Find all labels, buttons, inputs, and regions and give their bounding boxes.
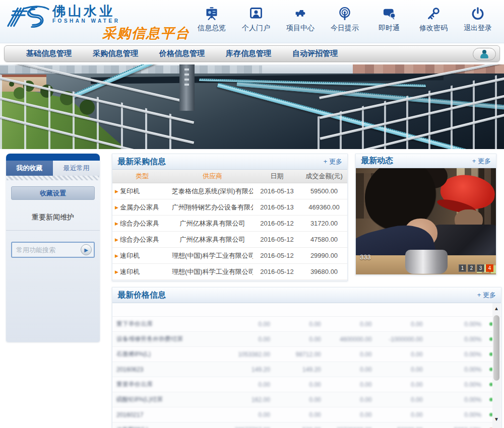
price-more-link[interactable]: + 更多 xyxy=(477,291,496,300)
price-row[interactable]: 重要单价出库 0.00 0.00 0.00 0.00 0.00% xyxy=(112,377,501,392)
news-more-link[interactable]: + 更多 xyxy=(472,157,491,166)
nav-item-stock-info[interactable]: 库存信息管理 xyxy=(215,49,282,58)
scroll-down-icon[interactable]: ▼ xyxy=(492,415,500,423)
price-row[interactable]: 硫酸铝8%(L)结算 162.00 0.00 0.00 0.00 0.00% xyxy=(112,392,501,407)
puzzle-icon xyxy=(278,5,323,22)
person-monitor-icon xyxy=(234,5,278,22)
purchase-panel-title: 最新采购信息 xyxy=(117,157,166,167)
nav-item-auto-bid[interactable]: 自动评招管理 xyxy=(282,49,348,58)
top-header: 佛山水业 FOSHAN WATER 采购信息平台 信息总览 xyxy=(0,0,504,43)
key-icon xyxy=(411,5,456,22)
platform-title: 采购信息平台 xyxy=(102,24,190,42)
quick-link-project-center[interactable]: 项目中心 xyxy=(278,4,323,33)
user-profile-button[interactable] xyxy=(473,48,496,60)
latest-news-panel: 最新动态 + 更多 333 1 2 3 4 xyxy=(355,154,496,275)
foshan-water-logo-icon xyxy=(5,4,49,30)
price-scrollbar[interactable]: ▲ ▼ xyxy=(492,303,500,428)
sidebar: 我的收藏 最近常用 收藏设置 重要新闻维护 ▶ xyxy=(6,154,100,342)
price-row[interactable]: 20160623 149.20 149.20 0.00 0.00 0.00% xyxy=(112,362,501,377)
quick-link-personal-portal[interactable]: 个人门户 xyxy=(234,4,278,33)
page-4-button[interactable]: 4 xyxy=(486,264,493,272)
important-news-link[interactable]: 重要新闻维护 xyxy=(6,213,100,231)
news-panel-title: 最新动态 xyxy=(361,156,393,166)
quick-link-today-tips[interactable]: 今日提示 xyxy=(323,4,367,33)
company-name-en: FOSHAN WATER xyxy=(52,18,120,24)
company-name-cn: 佛山水业 xyxy=(52,4,120,18)
search-input[interactable] xyxy=(16,246,81,254)
presentation-board-icon xyxy=(190,5,234,22)
triangle-bullet-icon: ▶ xyxy=(115,269,118,274)
page-2-button[interactable]: 2 xyxy=(468,264,475,272)
purchase-row[interactable]: ▶复印机 芝泰格信息系统(深圳)有限公司广州分公司 2016-05-13 595… xyxy=(112,183,347,199)
price-row[interactable]: 次氯酸钠(L) 38677767.00 538.00 23726668.00 5… xyxy=(112,422,501,428)
favorite-settings-button[interactable]: 收藏设置 xyxy=(11,186,95,200)
purchase-table-header: 类型 供应商 日期 成交金额(元) xyxy=(112,170,347,183)
chat-bubbles-icon xyxy=(367,5,411,22)
sidebar-top-bar xyxy=(6,154,100,161)
price-table: 重下单价出库 0.00 0.00 0.00 0.00 0.00% 设备维修劳务外… xyxy=(112,303,501,428)
price-row[interactable]: 重下单价出库 0.00 0.00 0.00 0.00 0.00% xyxy=(112,317,501,332)
purchase-row[interactable]: ▶综合办公家具 广州亿林家具有限公司 2016-05-12 47580.00 xyxy=(112,232,347,248)
page-3-button[interactable]: 3 xyxy=(477,264,484,272)
purchase-row[interactable]: ▶金属办公家具 广州翔特钢艺办公设备有限公司 2016-05-13 469360… xyxy=(112,199,347,216)
triangle-bullet-icon: ▶ xyxy=(115,237,118,242)
scroll-up-icon[interactable]: ▲ xyxy=(492,304,500,312)
photo-caption: 333 xyxy=(360,253,371,261)
triangle-bullet-icon: ▶ xyxy=(115,253,118,258)
purchase-more-link[interactable]: + 更多 xyxy=(324,157,342,166)
function-search-box: ▶ xyxy=(11,242,95,258)
price-row[interactable]: 设备维修劳务外协费结算 0.00 0.00 4600000.00 -100000… xyxy=(112,332,501,347)
search-go-button[interactable]: ▶ xyxy=(81,244,92,255)
person-icon xyxy=(479,50,489,59)
triangle-bullet-icon: ▶ xyxy=(115,189,118,194)
broadcast-icon xyxy=(323,5,367,22)
quick-link-change-password[interactable]: 修改密码 xyxy=(411,4,456,33)
latest-price-panel: 最新价格信息 + 更多 重下单价出库 0.00 0.00 0.00 0.00 0… xyxy=(112,287,501,428)
quick-link-info-overview[interactable]: 信息总览 xyxy=(190,4,234,33)
purchase-row[interactable]: ▶速印机 理想(中国)科学工业有限公司广州分公司 2016-05-12 2999… xyxy=(112,248,347,264)
price-row[interactable]: 石墨烯8%(L) 1053382.00 98712.00 0.00 0.00 0… xyxy=(112,347,501,362)
quick-links: 信息总览 个人门户 项目中心 xyxy=(190,4,500,33)
quick-link-instant-message[interactable]: 即时通 xyxy=(367,4,411,33)
banner-photo xyxy=(0,64,504,149)
nav-item-purchase-info[interactable]: 采购信息管理 xyxy=(82,49,149,58)
power-icon xyxy=(456,5,500,22)
tab-recently-used[interactable]: 最近常用 xyxy=(53,161,100,176)
news-photo-slide[interactable]: 333 1 2 3 4 xyxy=(356,168,496,274)
main-nav-bar: 基础信息管理 采购信息管理 价格信息管理 库存信息管理 自动评招管理 xyxy=(4,45,500,62)
price-row[interactable]: 20160217 0.00 0.00 0.00 0.00 0.00% xyxy=(112,407,501,422)
nav-item-price-info[interactable]: 价格信息管理 xyxy=(149,49,215,58)
page-1-button[interactable]: 1 xyxy=(459,264,466,272)
quick-link-logout[interactable]: 退出登录 xyxy=(456,4,500,33)
purchase-row[interactable]: ▶速印机 理想(中国)科学工业有限公司广州分公司 2016-05-12 3968… xyxy=(112,264,347,280)
hatch-divider xyxy=(7,176,99,180)
nav-item-basic-info[interactable]: 基础信息管理 xyxy=(16,49,82,58)
scrollbar-thumb[interactable] xyxy=(493,315,499,381)
latest-purchase-panel: 最新采购信息 + 更多 类型 供应商 日期 成交金额(元) ▶复印机 芝泰格信息… xyxy=(112,154,348,281)
tab-my-favorites[interactable]: 我的收藏 xyxy=(6,161,53,176)
photo-pagination: 1 2 3 4 xyxy=(459,264,493,272)
price-panel-title: 最新价格信息 xyxy=(117,290,166,301)
triangle-bullet-icon: ▶ xyxy=(115,221,118,226)
purchase-row[interactable]: ▶综合办公家具 广州亿林家具有限公司 2016-05-12 31720.00 xyxy=(112,216,347,232)
triangle-bullet-icon: ▶ xyxy=(115,205,118,210)
